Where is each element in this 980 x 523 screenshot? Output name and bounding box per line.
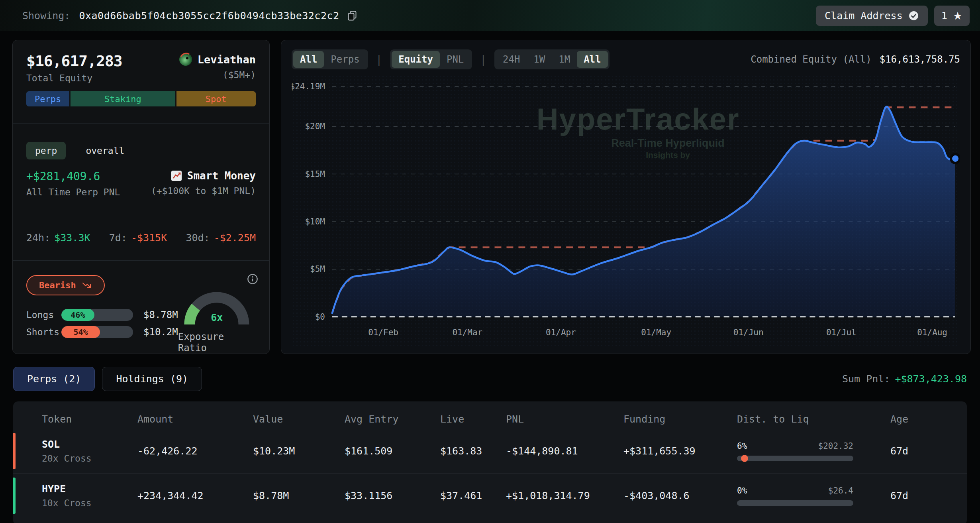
- verified-badge-icon: [908, 10, 919, 21]
- dist-to-liq-values: 6% $202.32: [737, 441, 853, 451]
- tab-holdings[interactable]: Holdings (9): [102, 367, 202, 391]
- smart-money-row: Smart Money: [171, 170, 256, 182]
- showing-label: Showing:: [22, 10, 70, 22]
- shorts-bar-fill: 54%: [61, 326, 100, 338]
- dist-bar-1: [737, 500, 853, 506]
- divider: [13, 123, 269, 124]
- all-time-pnl-value: +$281,409.6: [26, 170, 120, 183]
- svg-text:01/May: 01/May: [641, 327, 671, 337]
- col-header-pnl: PNL: [506, 413, 623, 425]
- shorts-bar-track: 54%: [61, 326, 133, 338]
- dist-bar-0: [737, 456, 853, 461]
- longs-bar-fill: 46%: [61, 309, 94, 321]
- info-icon[interactable]: [247, 273, 258, 286]
- gauge-active-arc: [190, 307, 196, 324]
- trending-down-icon: [82, 281, 92, 290]
- pnl-24h-value: $33.3K: [54, 232, 90, 244]
- col-header-age: Age: [890, 413, 967, 425]
- combined-equity-value: $16,613,758.75: [880, 54, 960, 65]
- pnl-7d-label: 7d:: [109, 232, 127, 244]
- trader-name: Leviathan: [198, 53, 256, 66]
- tab-perp[interactable]: perp: [26, 142, 66, 159]
- pnl-scope-tabs: perp overall: [26, 142, 256, 159]
- longs-row: Longs 46% $8.78M: [26, 309, 178, 321]
- dist-pct: 0%: [737, 486, 747, 495]
- col-header-amount: Amount: [137, 413, 253, 425]
- equity-chart[interactable]: HyperTracker Real-Time Hyperliquid Insig…: [292, 75, 960, 346]
- svg-text:$0: $0: [315, 312, 325, 322]
- allocation-segment-perps: Perps: [26, 91, 69, 106]
- svg-text:01/Jun: 01/Jun: [733, 327, 764, 337]
- svg-text:$24.19M: $24.19M: [292, 81, 325, 91]
- chart-header: All Perps | Equity PNL | 24H 1W 1M All C…: [292, 50, 960, 69]
- trader-name-row: Leviathan: [178, 52, 256, 67]
- copy-icon: [347, 10, 358, 21]
- amount-cell: -62,426.22: [137, 445, 253, 457]
- amount-cell: +234,344.42: [137, 490, 253, 501]
- token-leverage: 10x Cross: [42, 498, 137, 508]
- row-accent-1: [13, 478, 16, 514]
- main-section: $16,617,283 Total Equity Leviathan ($5M+…: [0, 31, 980, 354]
- tab-metric-equity[interactable]: Equity: [392, 51, 440, 68]
- col-header-avg-entry: Avg Entry: [345, 413, 440, 425]
- dist-to-liq-cell: 0% $26.4: [737, 486, 853, 506]
- chart-card: All Perps | Equity PNL | 24H 1W 1M All C…: [281, 40, 971, 354]
- col-header-live: Live: [440, 413, 506, 425]
- dragon-avatar-icon: [178, 52, 193, 67]
- tab-scope-perps[interactable]: Perps: [324, 51, 366, 68]
- claim-address-label: Claim Address: [825, 10, 903, 22]
- scope-tab-group: All Perps: [292, 49, 368, 69]
- svg-text:01/Feb: 01/Feb: [368, 327, 398, 337]
- pnl-30d: 30d:-$2.25M: [186, 232, 256, 244]
- value-cell: $8.78M: [253, 490, 345, 501]
- total-equity-label: Total Equity: [26, 73, 122, 83]
- tab-scope-all[interactable]: All: [293, 51, 324, 68]
- dist-dot: [741, 455, 748, 462]
- shorts-label: Shorts: [26, 327, 61, 337]
- exposure-gauge: 6x: [179, 285, 255, 327]
- tab-range-24h[interactable]: 24H: [496, 51, 527, 68]
- tab-perps-positions[interactable]: Perps (2): [13, 367, 95, 391]
- tab-overall[interactable]: overall: [77, 142, 133, 159]
- positions-table: Token Amount Value Avg Entry Live PNL Fu…: [13, 401, 967, 523]
- table-row[interactable]: HYPE 10x Cross +234,344.42 $8.78M $33.11…: [13, 473, 967, 518]
- tab-range-1m[interactable]: 1M: [552, 51, 577, 68]
- period-pnl-row: 24h:$33.3K 7d:-$315K 30d:-$2.25M: [26, 232, 256, 244]
- svg-text:01/Mar: 01/Mar: [452, 327, 482, 337]
- token-leverage: 20x Cross: [42, 453, 137, 464]
- combined-equity-label: Combined Equity (All): [751, 54, 871, 65]
- copy-address-button[interactable]: [347, 10, 358, 21]
- all-time-pnl-label: All Time Perp PNL: [26, 187, 120, 197]
- pnl-30d-label: 30d:: [186, 232, 210, 244]
- sentiment-label: Bearish: [39, 280, 76, 290]
- row-accent-0: [13, 433, 16, 469]
- equity-chart-svg[interactable]: $0$5M$10M$15M$20M$24.19M01/Feb01/Mar01/A…: [292, 75, 960, 346]
- svg-text:$20M: $20M: [305, 121, 325, 131]
- token-name: HYPE: [42, 483, 137, 495]
- col-header-token: Token: [42, 413, 137, 425]
- sum-pnl-value: +$873,423.98: [895, 373, 967, 385]
- total-equity-value: $16,617,283: [26, 52, 122, 70]
- table-row[interactable]: SOL 20x Cross -62,426.22 $10.23M $161.50…: [13, 429, 967, 473]
- smart-money-label: Smart Money: [187, 170, 256, 182]
- positions-tab-bar: Perps (2) Holdings (9) Sum Pnl: +$873,42…: [13, 367, 967, 391]
- age-cell: 67d: [890, 490, 967, 501]
- long-short-bars: Longs 46% $8.78M Shorts 54%: [26, 309, 178, 338]
- exposure-section: Bearish Longs 46% $8.78M: [26, 275, 256, 354]
- tab-range-1w[interactable]: 1W: [527, 51, 552, 68]
- shorts-row: Shorts 54% $10.2M: [26, 326, 178, 338]
- favorites-button[interactable]: 1 ★: [934, 6, 970, 26]
- svg-text:01/Aug: 01/Aug: [917, 327, 947, 337]
- token-name: SOL: [42, 438, 137, 450]
- col-header-dist-to-liq: Dist. to Liq: [737, 413, 890, 425]
- dist-to-liq-values: 0% $26.4: [737, 486, 853, 495]
- exposure-ratio-label: Exposure Ratio: [178, 331, 256, 354]
- pnl-30d-value: -$2.25M: [214, 232, 256, 244]
- tab-metric-pnl[interactable]: PNL: [440, 51, 470, 68]
- liq-price: $202.32: [818, 441, 853, 451]
- sentiment-badge: Bearish: [26, 275, 105, 295]
- pnl-cell: +$1,018,314.79: [506, 490, 623, 501]
- claim-address-button[interactable]: Claim Address: [816, 6, 928, 26]
- tab-range-all[interactable]: All: [577, 51, 608, 68]
- svg-text:$5M: $5M: [310, 264, 325, 274]
